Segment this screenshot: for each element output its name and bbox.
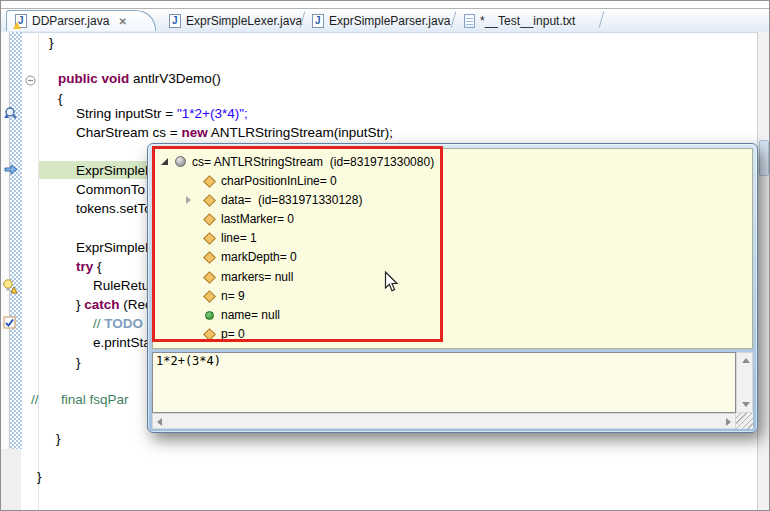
- watchpoint-icon[interactable]: [3, 106, 18, 125]
- code-line[interactable]: String inputStr = "1*2+(3*4)";: [76, 105, 248, 123]
- java-file-icon: J: [312, 14, 324, 28]
- scroll-up-arrow-icon[interactable]: [742, 358, 750, 363]
- annotation-ruler-tail: [1, 449, 21, 511]
- protected-field-icon: [203, 175, 216, 188]
- code-segment-comment: //: [93, 316, 104, 331]
- code-line[interactable]: CommonTo: [76, 181, 145, 199]
- scroll-left-arrow-icon[interactable]: [157, 418, 162, 426]
- variable-row[interactable]: name= null: [153, 306, 752, 325]
- variable-label: p= 0: [221, 326, 245, 343]
- lightbulb-warning-icon[interactable]: [2, 279, 18, 298]
- protected-field-icon: [203, 251, 216, 264]
- code-line[interactable]: e.printSta: [93, 334, 151, 352]
- variable-label: markers= null: [221, 269, 293, 286]
- java-file-warning-icon: J: [15, 14, 27, 28]
- variable-row[interactable]: charPositionInLine= 0: [153, 172, 752, 191]
- instruction-pointer-icon[interactable]: [4, 162, 18, 180]
- tab-close-icon[interactable]: ✕: [118, 16, 126, 27]
- object-icon: [175, 156, 186, 167]
- scroll-right-arrow-icon[interactable]: [726, 418, 731, 426]
- tab-label: ExprSimpleParser.java: [329, 14, 450, 28]
- code-line[interactable]: tokens.setTo: [76, 200, 152, 218]
- variable-row-root[interactable]: cs= ANTLRStringStream (id=831971330080): [153, 153, 752, 172]
- variable-label: n= 9: [221, 288, 245, 305]
- code-segment-plain: e.printSta: [93, 335, 151, 350]
- code-segment-plain: }: [76, 355, 81, 370]
- variable-label: charPositionInLine= 0: [221, 173, 337, 190]
- folding-margin-line: [38, 32, 39, 511]
- task-marker-icon[interactable]: [3, 316, 17, 334]
- toolbar-bottom-strip: [1, 1, 769, 9]
- resize-grip[interactable]: [736, 413, 753, 429]
- tab-bar: JDDParser.java✕JExprSimpleLexer.javaJExp…: [1, 9, 769, 33]
- variable-row[interactable]: p= 0: [153, 325, 752, 344]
- editor-vertical-scrollbar[interactable]: [757, 32, 770, 511]
- code-segment-plain: CharStream cs =: [76, 125, 181, 140]
- protected-field-icon: [203, 271, 216, 284]
- code-segment-plain: }: [56, 431, 61, 446]
- protected-field-icon: [203, 232, 216, 245]
- variable-row[interactable]: n= 9: [153, 287, 752, 306]
- value-vertical-scrollbar[interactable]: [736, 352, 753, 413]
- tab-label: *__Test__input.txt: [480, 14, 575, 28]
- code-line[interactable]: }: [56, 430, 61, 448]
- code-line[interactable]: RuleRetu: [93, 277, 149, 295]
- variable-row[interactable]: data= (id=831971330128): [153, 191, 752, 210]
- protected-field-icon: [203, 328, 216, 341]
- variable-label: line= 1: [221, 230, 257, 247]
- variables-tree[interactable]: cs= ANTLRStringStream (id=831971330080)c…: [152, 148, 753, 349]
- fold-collapse-icon[interactable]: [25, 72, 36, 90]
- code-line[interactable]: }: [37, 468, 42, 486]
- variable-label: lastMarker= 0: [221, 211, 294, 228]
- variable-row[interactable]: markers= null: [153, 268, 752, 287]
- code-segment-plain: RuleRetu: [93, 278, 149, 293]
- variable-row[interactable]: lastMarker= 0: [153, 210, 752, 229]
- code-segment-plain: String inputStr =: [76, 106, 177, 121]
- code-segment-plain: CommonTo: [76, 182, 145, 197]
- code-line[interactable]: }: [49, 34, 54, 52]
- variable-row[interactable]: line= 1: [153, 229, 752, 248]
- code-line[interactable]: CharStream cs = new ANTLRStringStream(in…: [76, 124, 393, 142]
- tab-label: ExprSimpleLexer.java: [186, 14, 302, 28]
- value-preview-pane: 1*2+(3*4): [152, 352, 753, 429]
- value-horizontal-scrollbar[interactable]: [152, 413, 736, 429]
- protected-field-icon: [203, 194, 216, 207]
- code-line[interactable]: }: [76, 354, 81, 372]
- tree-expanded-wedge-icon[interactable]: [161, 158, 168, 165]
- editor-scrollbar-thumb[interactable]: [759, 140, 769, 176]
- tab-label: DDParser.java: [32, 14, 109, 28]
- code-segment-plain: ExprSimpleP: [76, 240, 154, 255]
- code-segment-plain: {: [58, 91, 63, 106]
- java-file-icon: J: [169, 14, 181, 28]
- tab-exprsimpleparser-java[interactable]: JExprSimpleParser.java: [304, 10, 454, 31]
- code-segment-plain: ExprSimpleL: [76, 163, 153, 178]
- code-segment-keyword: try: [76, 259, 93, 274]
- tab-ddparser-java[interactable]: JDDParser.java✕: [6, 10, 156, 31]
- code-segment-plain: {: [93, 259, 101, 274]
- value-preview-text[interactable]: 1*2+(3*4): [152, 352, 736, 413]
- code-segment-plain: tokens.setTo: [76, 201, 152, 216]
- code-line[interactable]: try {: [76, 258, 102, 276]
- code-line[interactable]: // TODO: [93, 315, 143, 333]
- code-segment-plain: antlrV3Demo(): [129, 71, 221, 86]
- tab-exprsimplelexer-java[interactable]: JExprSimpleLexer.java: [161, 10, 303, 31]
- code-segment-comment: // final fsqPar: [31, 392, 129, 407]
- scroll-down-arrow-icon[interactable]: [742, 402, 750, 407]
- code-line[interactable]: // final fsqPar: [31, 391, 129, 409]
- tab--test-input-txt[interactable]: *__Test__input.txt: [456, 10, 602, 31]
- code-segment-keyword: new: [181, 125, 207, 140]
- tree-collapsed-wedge-icon[interactable]: [186, 196, 191, 204]
- code-segment-keyword: catch: [84, 297, 119, 312]
- code-segment-plain: ANTLRStringStream(inputStr);: [208, 125, 393, 140]
- variable-label: data= (id=831971330128): [221, 192, 362, 209]
- code-line[interactable]: public void antlrV3Demo(): [58, 70, 221, 88]
- code-line[interactable]: } catch (Rec: [76, 296, 152, 314]
- annotation-ruler-pattern: [9, 32, 22, 449]
- variable-row[interactable]: markDepth= 0: [153, 248, 752, 267]
- code-line[interactable]: ExprSimpleP: [76, 239, 154, 257]
- warning-badge-icon: [13, 22, 21, 29]
- code-line[interactable]: ExprSimpleL: [76, 162, 153, 180]
- code-line[interactable]: {: [58, 90, 63, 108]
- code-segment-plain: }: [49, 35, 54, 50]
- code-segment-string: "1*2+(3*4)";: [177, 106, 248, 121]
